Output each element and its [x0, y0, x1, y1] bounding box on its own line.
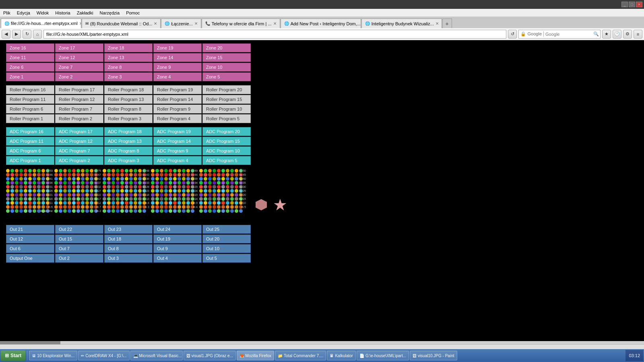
out-4[interactable]: Out 4 [153, 254, 202, 263]
zone-17[interactable]: Zone 17 [55, 43, 103, 52]
taskbar-btn-calc[interactable]: 🖩 Kalkulator [327, 351, 355, 360]
out-7[interactable]: Out 7 [55, 244, 103, 253]
out-8[interactable]: Out 8 [104, 244, 153, 253]
out-2[interactable]: Out 2 [55, 254, 103, 263]
roller-13[interactable]: Roller Program 13 [104, 95, 153, 104]
zone-4[interactable]: Zone 4 [153, 72, 202, 81]
start-button[interactable]: ⊞ Start [1, 350, 25, 361]
tab-5[interactable]: 🌐 Add New Post ‹ Inteligentny Dom,... ✕ [281, 19, 361, 28]
tab-6[interactable]: 🌐 Inteligentny Budynek Wizualiz... ✕ [361, 19, 442, 28]
search-button[interactable]: 🔍 [592, 30, 600, 38]
menu-pomoc[interactable]: Pomoc [124, 10, 141, 15]
zone-10[interactable]: Zone 10 [202, 63, 251, 72]
adc-18[interactable]: ADC Program 18 [104, 127, 153, 136]
roller-17[interactable]: Roller Program 17 [55, 85, 103, 94]
zone-8[interactable]: Zone 8 [104, 63, 153, 72]
menu-widok[interactable]: Widok [35, 10, 51, 15]
tab-1[interactable]: 🌐 file:///G:/e-hous...rter-emptypx.xml ✕ [1, 19, 81, 28]
roller-15[interactable]: Roller Program 15 [202, 95, 251, 104]
taskbar-btn-firefox[interactable]: 🦊 Mozilla Firefox [237, 351, 274, 360]
out-25[interactable]: Out 25 [202, 225, 251, 234]
roller-5[interactable]: Roller Program 5 [202, 114, 251, 123]
roller-11[interactable]: Roller Program 11 [6, 95, 54, 104]
out-6[interactable]: Out 6 [6, 244, 54, 253]
zone-18[interactable]: Zone 18 [104, 43, 153, 52]
taskbar-btn-image1[interactable]: 🖼 visual1.JPG (Obraz e... [184, 351, 236, 360]
taskbar-btn-vbasic[interactable]: 💻 Microsoft Visual Basic... [130, 351, 183, 360]
history-button[interactable]: 🕐 [613, 30, 621, 39]
minimize-button[interactable]: _ [621, 2, 628, 7]
forward-button[interactable]: ▶ [12, 30, 21, 39]
menu-edycja[interactable]: Edycja [15, 10, 32, 15]
zone-14[interactable]: Zone 14 [153, 53, 202, 62]
adc-16[interactable]: ADC Program 16 [6, 127, 54, 136]
window-controls[interactable]: _ □ × [621, 2, 642, 7]
taskbar-btn-paint[interactable]: 🖼 visual10.JPG - Paint [410, 351, 457, 360]
tab-3-close[interactable]: ✕ [194, 21, 198, 26]
search-input[interactable] [544, 30, 592, 38]
adc-7[interactable]: ADC Program 7 [55, 146, 103, 155]
out-12[interactable]: Out 12 [6, 234, 54, 243]
taskbar-btn-xmlfile[interactable]: 📄 G:\e-house\XML\part... [357, 351, 409, 360]
tab-2-close[interactable]: ✕ [154, 21, 157, 26]
roller-8[interactable]: Roller Program 8 [104, 105, 153, 113]
out-18[interactable]: Out 18 [104, 234, 153, 243]
output-one[interactable]: Output One [6, 254, 54, 263]
tab-3[interactable]: 🌐 Łączenie... ✕ [161, 19, 201, 28]
menu-narzedzia[interactable]: Narzędzia [98, 10, 122, 15]
adc-6[interactable]: ADC Program 6 [6, 146, 54, 155]
menu-button[interactable]: ≡ [634, 30, 642, 39]
roller-10[interactable]: Roller Program 10 [202, 105, 251, 113]
out-9[interactable]: Out 9 [153, 244, 202, 253]
adc-13[interactable]: ADC Program 13 [104, 137, 153, 146]
zone-16[interactable]: Zone 16 [6, 43, 54, 52]
roller-12[interactable]: Roller Program 12 [55, 95, 103, 104]
zone-6[interactable]: Zone 6 [6, 63, 54, 72]
out-3[interactable]: Out 3 [104, 254, 153, 263]
menu-historia[interactable]: Historia [54, 10, 72, 15]
out-10[interactable]: Out 10 [202, 244, 251, 253]
tab-1-close[interactable]: ✕ [79, 21, 81, 26]
zone-3[interactable]: Zone 3 [104, 72, 153, 81]
out-23[interactable]: Out 23 [104, 225, 153, 234]
adc-15[interactable]: ADC Program 15 [202, 137, 251, 146]
address-input[interactable] [43, 30, 506, 39]
menu-plik[interactable]: Plik [2, 10, 12, 15]
adc-9[interactable]: ADC Program 9 [153, 146, 202, 155]
adc-20[interactable]: ADC Program 20 [202, 127, 251, 136]
roller-7[interactable]: Roller Program 7 [55, 105, 103, 113]
roller-18[interactable]: Roller Program 18 [104, 85, 153, 94]
new-tab-button[interactable]: + [442, 19, 452, 28]
roller-20[interactable]: Roller Program 20 [202, 85, 251, 94]
refresh-button[interactable]: ↺ [508, 30, 517, 39]
roller-9[interactable]: Roller Program 9 [153, 105, 202, 113]
adc-3[interactable]: ADC Program 3 [104, 156, 153, 165]
zone-15[interactable]: Zone 15 [202, 53, 251, 62]
adc-10[interactable]: ADC Program 10 [202, 146, 251, 155]
adc-8[interactable]: ADC Program 8 [104, 146, 153, 155]
tab-4-close[interactable]: ✕ [273, 21, 277, 26]
settings-button[interactable]: ⚙ [623, 30, 632, 39]
home-button[interactable]: ⌂ [33, 30, 42, 39]
adc-1[interactable]: ADC Program 1 [6, 156, 54, 165]
zone-11[interactable]: Zone 11 [6, 53, 54, 62]
zone-19[interactable]: Zone 19 [153, 43, 202, 52]
menu-zakladki[interactable]: Zakładki [75, 10, 95, 15]
taskbar-btn-corel[interactable]: ✏ CorelDRAW X4 - [G:\... [78, 351, 129, 360]
zone-12[interactable]: Zone 12 [55, 53, 103, 62]
adc-17[interactable]: ADC Program 17 [55, 127, 103, 136]
out-5[interactable]: Out 5 [202, 254, 251, 263]
roller-1[interactable]: Roller Program 1 [6, 114, 54, 123]
zone-13[interactable]: Zone 13 [104, 53, 153, 62]
adc-12[interactable]: ADC Program 12 [55, 137, 103, 146]
zone-20[interactable]: Zone 20 [202, 43, 251, 52]
taskbar-btn-explorer[interactable]: 🖥 10 Eksplorator Win... [29, 351, 77, 360]
tab-4[interactable]: 📞 Telefony w ofercie dla Firm | ... ✕ [202, 19, 280, 28]
zone-9[interactable]: Zone 9 [153, 63, 202, 72]
close-button[interactable]: × [636, 2, 642, 7]
tab-2[interactable]: ✉ (8) Roundcube Webmail :: Od... ✕ [82, 19, 161, 28]
taskbar-btn-totalcmd[interactable]: 📁 Total Commander 7.... [275, 351, 326, 360]
scrollbar[interactable] [0, 341, 644, 344]
roller-4[interactable]: Roller Program 4 [153, 114, 202, 123]
out-22[interactable]: Out 22 [55, 225, 103, 234]
